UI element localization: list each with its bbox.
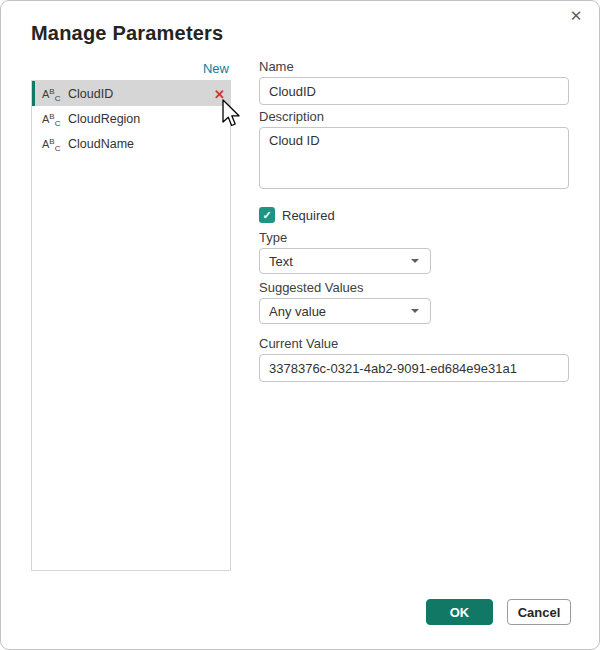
manage-parameters-dialog: ✕ Manage Parameters New ABC CloudID ✕ AB…: [0, 0, 600, 650]
description-input[interactable]: Cloud ID: [259, 127, 569, 189]
description-label: Description: [259, 109, 324, 124]
dialog-title: Manage Parameters: [31, 22, 223, 45]
parameter-name: CloudRegion: [68, 112, 140, 126]
delete-parameter-icon[interactable]: ✕: [214, 87, 225, 100]
type-label: Type: [259, 230, 287, 245]
parameter-name: CloudID: [68, 87, 113, 101]
ok-button[interactable]: OK: [426, 599, 493, 625]
close-icon[interactable]: ✕: [565, 5, 587, 27]
chevron-down-icon: [411, 259, 419, 263]
parameter-row-cloudname[interactable]: ABC CloudName: [32, 131, 230, 156]
current-value-label: Current Value: [259, 336, 338, 351]
required-checkbox-row[interactable]: ✓ Required: [259, 207, 335, 223]
name-label: Name: [259, 59, 294, 74]
text-type-icon: ABC: [42, 88, 64, 100]
required-label: Required: [282, 208, 335, 223]
parameter-row-cloudid[interactable]: ABC CloudID ✕: [32, 81, 230, 106]
cancel-button[interactable]: Cancel: [507, 599, 571, 625]
suggested-values-label: Suggested Values: [259, 280, 364, 295]
checkbox-checked-icon[interactable]: ✓: [259, 207, 275, 223]
parameter-name: CloudName: [68, 137, 134, 151]
chevron-down-icon: [411, 309, 419, 313]
name-input[interactable]: [259, 77, 569, 105]
suggested-values-dropdown-value: Any value: [269, 304, 411, 319]
parameter-row-cloudregion[interactable]: ABC CloudRegion: [32, 106, 230, 131]
text-type-icon: ABC: [42, 113, 64, 125]
current-value-input[interactable]: [259, 354, 569, 382]
suggested-values-dropdown[interactable]: Any value: [259, 298, 431, 324]
type-dropdown[interactable]: Text: [259, 248, 431, 274]
new-parameter-link[interactable]: New: [31, 61, 229, 76]
parameter-list: ABC CloudID ✕ ABC CloudRegion ABC CloudN…: [31, 80, 231, 571]
type-dropdown-value: Text: [269, 254, 411, 269]
text-type-icon: ABC: [42, 138, 64, 150]
